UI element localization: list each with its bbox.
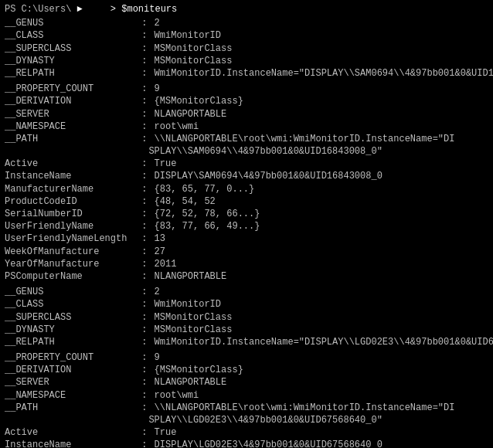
block-1-yearofmanufacture: YearOfManufacture : 2011 (5, 258, 488, 270)
block-1-active: Active : True (5, 158, 488, 170)
block-2-propcount: __PROPERTY_COUNT : 9 (5, 351, 488, 364)
block-1-productcodeid: ProductCodeID : {48, 54, 52 (5, 195, 488, 208)
block-2-class: __CLASS : WmiMonitorID (5, 298, 488, 311)
block-1-path: __PATH : \\NLANGPORTABLE\root\wmi:WmiMon… (5, 133, 488, 145)
block-1-server: __SERVER : NLANGPORTABLE (5, 108, 488, 120)
block-2-relpath: __RELPATH : WmiMonitorID.InstanceName="D… (5, 336, 488, 348)
command-text: > $moniteurs (88, 3, 177, 15)
block-2-active: Active : True (5, 426, 488, 439)
block-1-derivation: __DERIVATION : {MSMonitorClass} (5, 95, 488, 107)
block-2-path: __PATH : \\NLANGPORTABLE\root\wmi:WmiMon… (5, 402, 488, 414)
block-1-manufacturername: ManufacturerName : {83, 65, 77, 0...} (5, 183, 488, 195)
block-1-superclass: __SUPERCLASS : MSMonitorClass (5, 42, 488, 55)
block-1-userfriendlyname: UserFriendlyName : {83, 77, 66, 49...} (5, 220, 488, 232)
prompt-text: PS C:\Users\ (5, 3, 71, 15)
block-1-instancename: InstanceName : DISPLAY\SAM0694\4&97bb001… (5, 170, 488, 182)
block-1-class: __CLASS : WmiMonitorID (5, 29, 488, 42)
terminal: PS C:\Users\ ► > $moniteurs __GENUS : 2 … (5, 3, 488, 448)
block-1-weekofmanufacture: WeekOfManufacture : 27 (5, 246, 488, 258)
block-1-dynasty: __DYNASTY : MSMonitorClass (5, 55, 488, 67)
block-2-path-cont: SPLAY\\LGD02E3\\4&97bb001&0&UID67568640_… (5, 414, 488, 426)
block-1-propcount: __PROPERTY_COUNT : 9 (5, 83, 488, 95)
block-2-dynasty: __DYNASTY : MSMonitorClass (5, 324, 488, 336)
block-2-instancename: InstanceName : DISPLAY\LGD02E3\4&97bb001… (5, 439, 488, 448)
block-2-namespace: __NAMESPACE : root\wmi (5, 389, 488, 402)
block-1-pscomputername: PSComputerName : NLANGPORTABLE (5, 270, 488, 283)
block-1-genus: __GENUS : 2 (5, 17, 488, 29)
block-2-superclass: __SUPERCLASS : MSMonitorClass (5, 311, 488, 324)
prompt-arrow: ► (71, 3, 88, 15)
block-2-server: __SERVER : NLANGPORTABLE (5, 376, 488, 389)
block-1-relpath: __RELPATH : WmiMonitorID.InstanceName="D… (5, 67, 488, 80)
block-1-serialnumberid: SerialNumberID : {72, 52, 78, 66...} (5, 208, 488, 220)
block-1-userfriendlynamelength: UserFriendlyNameLength : 13 (5, 232, 488, 245)
prompt-line: PS C:\Users\ ► > $moniteurs (5, 3, 488, 15)
block-1-path-cont: SPLAY\\SAM0694\\4&97bb001&0&UID16843008_… (5, 145, 488, 158)
block-2-genus: __GENUS : 2 (5, 286, 488, 298)
block-2-derivation: __DERIVATION : {MSMonitorClass} (5, 364, 488, 376)
block-1-namespace: __NAMESPACE : root\wmi (5, 120, 488, 133)
